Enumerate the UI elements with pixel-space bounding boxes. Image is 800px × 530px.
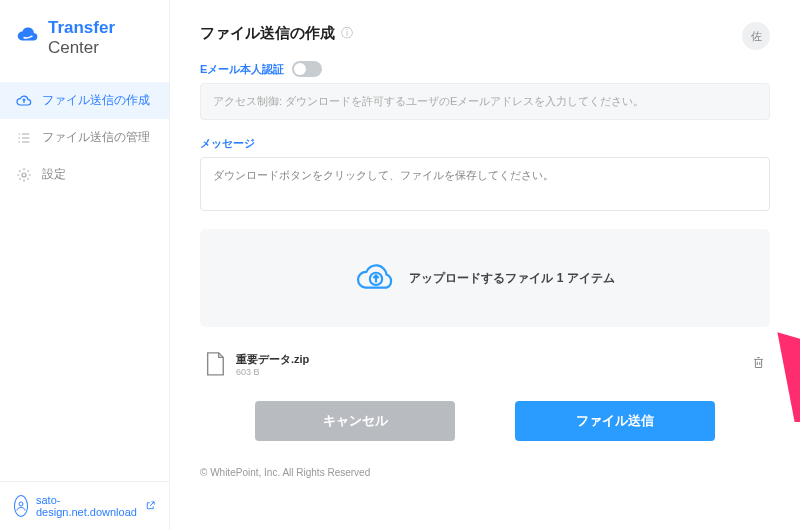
sidebar: Transfer Center ファイル送信の作成 ファイル送信の管理 設定 (0, 0, 170, 530)
email-auth-toggle[interactable] (292, 61, 322, 77)
message-label: メッセージ (200, 136, 770, 151)
user-box[interactable]: sato-design.net.download (0, 481, 169, 530)
user-domain: sato-design.net.download (36, 494, 137, 518)
cloud-upload-large-icon (355, 257, 397, 299)
upload-text: アップロードするファイル 1 アイテム (409, 270, 614, 287)
sidebar-item-label: ファイル送信の作成 (42, 92, 150, 109)
sidebar-item-settings[interactable]: 設定 (0, 156, 169, 193)
page-title: ファイル送信の作成 (200, 24, 335, 43)
sidebar-item-manage[interactable]: ファイル送信の管理 (0, 119, 169, 156)
external-link-icon (145, 500, 156, 513)
main: 佐 ファイル送信の作成 ⓘ Eメール本人認証 アクセス制御: ダウンロードを許可… (170, 0, 800, 530)
nav: ファイル送信の作成 ファイル送信の管理 設定 (0, 74, 169, 481)
cancel-button[interactable]: キャンセル (255, 401, 455, 441)
gear-icon (16, 167, 32, 183)
profile-avatar[interactable]: 佐 (742, 22, 770, 50)
svg-point-1 (19, 502, 23, 506)
sidebar-item-create[interactable]: ファイル送信の作成 (0, 82, 169, 119)
trash-icon[interactable] (751, 355, 766, 373)
sidebar-item-label: ファイル送信の管理 (42, 129, 150, 146)
upload-dropzone[interactable]: アップロードするファイル 1 アイテム (200, 229, 770, 327)
email-auth-label: Eメール本人認証 (200, 61, 770, 77)
submit-button[interactable]: ファイル送信 (515, 401, 715, 441)
message-textarea[interactable]: ダウンロードボタンをクリックして、ファイルを保存してください。 (200, 157, 770, 211)
page-header: ファイル送信の作成 ⓘ (200, 24, 770, 43)
logo: Transfer Center (0, 0, 169, 74)
user-avatar-icon (14, 495, 28, 517)
file-name: 重要データ.zip (236, 352, 741, 367)
cloud-logo-icon (16, 24, 40, 52)
cloud-upload-icon (16, 93, 32, 109)
info-icon[interactable]: ⓘ (341, 25, 353, 42)
email-input: アクセス制御: ダウンロードを許可するユーザのEメールアドレスを入力してください… (200, 83, 770, 120)
svg-point-0 (22, 173, 26, 177)
file-row: 重要データ.zip 603 B (200, 349, 770, 391)
file-info: 重要データ.zip 603 B (236, 352, 741, 377)
footer-copyright: © WhitePoint, Inc. All Rights Reserved (200, 449, 770, 478)
file-icon (204, 351, 226, 377)
logo-text: Transfer Center (48, 18, 153, 58)
list-icon (16, 130, 32, 146)
sidebar-item-label: 設定 (42, 166, 66, 183)
file-size: 603 B (236, 367, 741, 377)
button-row: キャンセル ファイル送信 (200, 391, 770, 449)
